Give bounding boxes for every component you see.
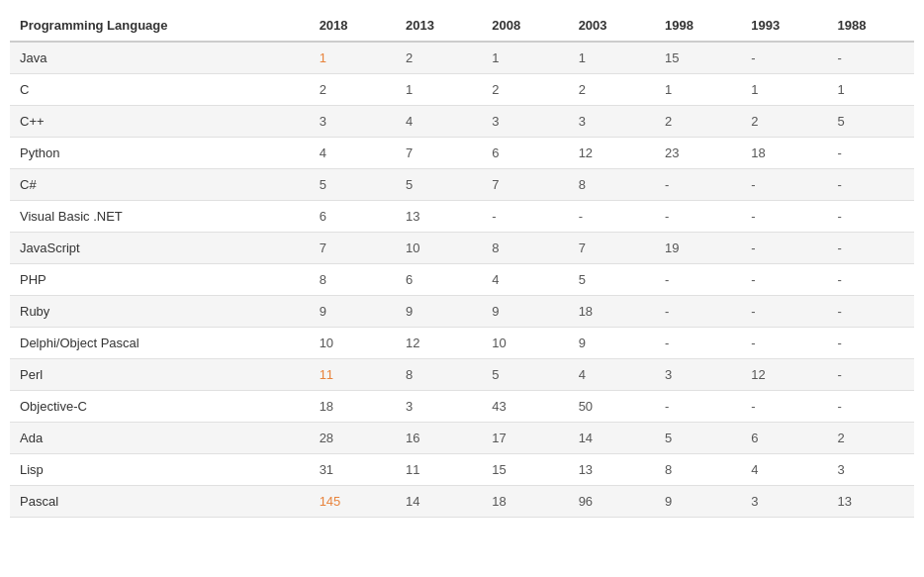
rank-2008: 4 <box>482 264 568 296</box>
rank-2003: 2 <box>569 74 655 106</box>
rank-1988: - <box>828 328 914 359</box>
rank-2013: 10 <box>396 233 482 264</box>
table-row: C++3433225 <box>10 106 914 138</box>
language-name: Delphi/Object Pascal <box>10 328 310 359</box>
table-header-row: Programming Language20182013200820031998… <box>10 10 914 42</box>
rank-2018: 9 <box>310 296 396 328</box>
rank-1988: 3 <box>828 454 914 486</box>
language-name: Lisp <box>10 454 310 486</box>
rank-2008: 5 <box>482 359 568 391</box>
rank-1998: 2 <box>655 106 741 138</box>
rank-1998: 23 <box>655 138 741 169</box>
rank-1993: - <box>741 328 827 359</box>
rank-2013: 14 <box>396 486 482 518</box>
rank-2018: 18 <box>310 391 396 423</box>
language-name: C <box>10 74 310 106</box>
rank-1993: - <box>741 296 827 328</box>
rank-1988: - <box>828 264 914 296</box>
rank-2008: 18 <box>482 486 568 518</box>
rank-1993: 18 <box>741 138 827 169</box>
rank-2008: 6 <box>482 138 568 169</box>
language-name: Objective-C <box>10 391 310 423</box>
rank-1988: - <box>828 233 914 264</box>
column-header-2018: 2018 <box>310 10 396 42</box>
rank-1988: 5 <box>828 106 914 138</box>
rank-2003: 8 <box>569 169 655 201</box>
table-row: C2122111 <box>10 74 914 106</box>
rank-2003: 12 <box>569 138 655 169</box>
rank-2013: 11 <box>396 454 482 486</box>
table-row: Pascal1451418969313 <box>10 486 914 518</box>
rank-2008: 1 <box>482 42 568 74</box>
rank-1988: 1 <box>828 74 914 106</box>
language-name: Ada <box>10 423 310 454</box>
rank-2008: 7 <box>482 169 568 201</box>
language-name: Visual Basic .NET <box>10 201 310 233</box>
rank-1998: 1 <box>655 74 741 106</box>
rank-2018: 8 <box>310 264 396 296</box>
rank-2013: 6 <box>396 264 482 296</box>
rank-1988: - <box>828 201 914 233</box>
rank-2008: 9 <box>482 296 568 328</box>
rank-2008: 10 <box>482 328 568 359</box>
table-row: Perl11854312- <box>10 359 914 391</box>
rank-1988: 2 <box>828 423 914 454</box>
rank-2013: 13 <box>396 201 482 233</box>
table-row: JavaScript7108719-- <box>10 233 914 264</box>
table-row: Lisp31111513843 <box>10 454 914 486</box>
rank-2018: 7 <box>310 233 396 264</box>
rank-2003: 18 <box>569 296 655 328</box>
rank-1998: - <box>655 169 741 201</box>
language-name: JavaScript <box>10 233 310 264</box>
rank-1998: - <box>655 296 741 328</box>
rank-1993: - <box>741 169 827 201</box>
rank-2018: 28 <box>310 423 396 454</box>
table-row: Ada28161714562 <box>10 423 914 454</box>
rank-2013: 9 <box>396 296 482 328</box>
rank-2003: 5 <box>569 264 655 296</box>
rank-2018: 145 <box>310 486 396 518</box>
table-row: Python476122318- <box>10 138 914 169</box>
rank-2008: - <box>482 201 568 233</box>
rank-2013: 3 <box>396 391 482 423</box>
table-row: PHP8645--- <box>10 264 914 296</box>
rank-2008: 43 <box>482 391 568 423</box>
column-header-2008: 2008 <box>482 10 568 42</box>
table-row: Java121115-- <box>10 42 914 74</box>
rank-1998: 5 <box>655 423 741 454</box>
rank-2008: 15 <box>482 454 568 486</box>
rank-2013: 16 <box>396 423 482 454</box>
rank-1998: - <box>655 201 741 233</box>
rank-1993: - <box>741 233 827 264</box>
language-name: C++ <box>10 106 310 138</box>
rank-2018: 5 <box>310 169 396 201</box>
column-header-2003: 2003 <box>569 10 655 42</box>
rank-2013: 8 <box>396 359 482 391</box>
language-name: PHP <box>10 264 310 296</box>
rank-1993: 3 <box>741 486 827 518</box>
rank-2013: 7 <box>396 138 482 169</box>
table-row: Delphi/Object Pascal1012109--- <box>10 328 914 359</box>
rank-2013: 12 <box>396 328 482 359</box>
rank-2008: 3 <box>482 106 568 138</box>
column-header-programming-language: Programming Language <box>10 10 310 42</box>
language-name: Perl <box>10 359 310 391</box>
rank-2003: 14 <box>569 423 655 454</box>
column-header-1988: 1988 <box>828 10 914 42</box>
language-name: Python <box>10 138 310 169</box>
rank-1988: 13 <box>828 486 914 518</box>
rank-2003: 96 <box>569 486 655 518</box>
rank-2013: 2 <box>396 42 482 74</box>
rank-1993: 6 <box>741 423 827 454</box>
rank-1998: - <box>655 328 741 359</box>
rank-1988: - <box>828 359 914 391</box>
rank-2003: - <box>569 201 655 233</box>
rank-2003: 13 <box>569 454 655 486</box>
rank-1988: - <box>828 42 914 74</box>
table-row: C#5578--- <box>10 169 914 201</box>
column-header-1993: 1993 <box>741 10 827 42</box>
rank-2013: 1 <box>396 74 482 106</box>
rank-2008: 8 <box>482 233 568 264</box>
rank-1988: - <box>828 296 914 328</box>
rank-2003: 50 <box>569 391 655 423</box>
